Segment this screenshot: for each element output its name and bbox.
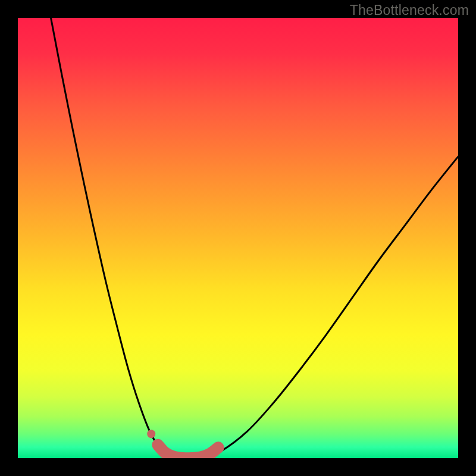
chart-frame: TheBottleneck.com <box>0 0 476 476</box>
watermark-text: TheBottleneck.com <box>350 2 469 18</box>
gradient-background <box>18 18 458 458</box>
chart-svg <box>18 18 458 458</box>
plot-area <box>18 18 458 458</box>
highlight-dot <box>147 430 155 438</box>
